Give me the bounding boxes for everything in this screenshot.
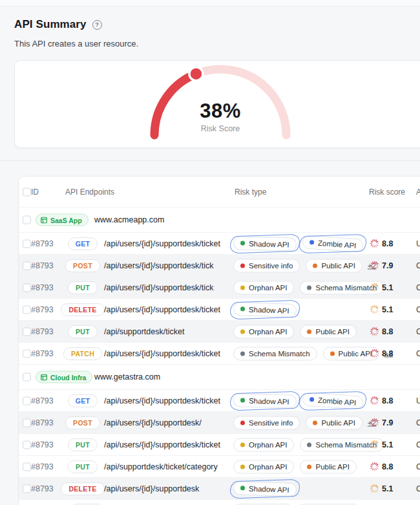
auth-cell: O xyxy=(416,349,420,358)
risk-type-badge: Public API xyxy=(300,460,356,473)
auth-cell: O xyxy=(416,484,420,493)
method-cell: PUT xyxy=(63,281,103,294)
sketch-annotation: Shadow API xyxy=(233,303,297,316)
risk-type-cell: Orphan API Public API xyxy=(233,460,357,473)
risk-score-text: 5.1 xyxy=(382,484,393,493)
risk-score-cell: 5.1 xyxy=(370,305,393,314)
row-checkbox[interactable] xyxy=(23,349,31,358)
risk-dot-icon xyxy=(240,329,245,334)
gauge-knob xyxy=(189,67,203,81)
group-domain: www.acmeapp.com xyxy=(94,215,164,224)
endpoint-id: #8793 xyxy=(31,327,54,336)
risk-type-badge: Orphan API xyxy=(233,438,294,451)
risk-spinner-icon xyxy=(370,261,379,270)
risk-dot-icon xyxy=(240,442,245,447)
help-icon[interactable]: ? xyxy=(92,20,102,30)
method-cell: DELETE xyxy=(63,303,103,316)
endpoint-id: #8793 xyxy=(31,349,54,358)
group-checkbox[interactable] xyxy=(23,216,31,224)
risk-score-cell: 8.8 xyxy=(370,327,393,336)
api-endpoint-row[interactable]: #8793 PUT /api/supportdesk/ticket Orphan… xyxy=(19,321,420,343)
risk-type-label: Shadow API xyxy=(249,484,289,493)
endpoint-path: /api/supportdesk/ticket xyxy=(104,327,184,336)
group-checkbox[interactable] xyxy=(23,373,31,381)
auth-cell: O xyxy=(416,305,420,314)
group-domain: www.getastra.com xyxy=(94,372,160,381)
page-title: API Summary ? xyxy=(14,18,102,31)
risk-type-label: Public API xyxy=(339,350,372,358)
partial-next-row xyxy=(19,500,420,505)
risk-type-cell: Sensitive info Public API +2 xyxy=(233,259,376,272)
risk-score-cell: 8.8 xyxy=(370,396,393,405)
risk-type-cell: Orphan API Schema Mismatch xyxy=(233,281,384,294)
risk-type-badge: Public API xyxy=(300,325,356,338)
group-header-row[interactable]: Cloud Infra www.getastra.com xyxy=(19,365,420,390)
row-checkbox[interactable] xyxy=(23,305,31,314)
api-endpoint-row[interactable]: #8793 PATCH /api/users/{id}/supportdesk/… xyxy=(19,343,420,365)
risk-dot-icon xyxy=(307,464,311,469)
api-endpoint-row[interactable]: #8793 POST /api/users/{id}/supportdesk/ … xyxy=(19,412,420,434)
risk-dot-icon xyxy=(240,398,245,402)
table-body: SaaS App www.acmeapp.com #8793 GET /api/… xyxy=(19,208,420,500)
risk-score-text: 5.1 xyxy=(382,440,393,449)
http-method-badge: DELETE xyxy=(61,482,104,495)
http-method-badge: PUT xyxy=(68,438,98,451)
api-endpoint-row[interactable]: #8793 PUT /api/supportdesk/ticket/catego… xyxy=(19,456,420,478)
risk-type-badge: Zombie API xyxy=(302,235,364,253)
endpoint-path: /api/users/{id}/supportdesk/ticket xyxy=(104,305,220,314)
api-endpoint-row[interactable]: #8793 DELETE /api/users/{id}/supportdesk… xyxy=(19,478,420,500)
endpoint-path: /api/users/{id}/supportdesk/tick xyxy=(104,283,214,292)
api-endpoint-row[interactable]: #8793 PUT /api/users/{id}/supportdesk/ti… xyxy=(19,434,420,456)
api-endpoint-row[interactable]: #8793 POST /api/users/{id}/supportdesk/t… xyxy=(19,255,420,277)
http-method-badge: GET xyxy=(68,394,98,407)
col-header-risk-score: Risk score xyxy=(369,188,405,197)
risk-type-cell: Schema Mismatch Public API +2 xyxy=(233,347,393,360)
risk-spinner-icon xyxy=(370,349,379,358)
risk-score-cell: 5.1 xyxy=(370,283,393,292)
risk-dot-icon xyxy=(313,420,317,425)
risk-spinner-icon xyxy=(370,396,379,405)
method-cell: POST xyxy=(63,416,103,429)
row-checkbox[interactable] xyxy=(23,440,31,449)
risk-type-label: Shadow API xyxy=(249,239,289,248)
risk-type-badge: Shadow API xyxy=(233,301,297,317)
col-header-id: ID xyxy=(31,188,39,197)
row-checkbox[interactable] xyxy=(23,462,31,471)
risk-score-text: 8.8 xyxy=(382,239,393,248)
group-header-row[interactable]: SaaS App www.acmeapp.com xyxy=(19,208,420,233)
row-checkbox[interactable] xyxy=(23,418,31,427)
risk-spinner-icon xyxy=(370,462,379,471)
risk-score-cell: 8.8 xyxy=(370,462,393,471)
risk-type-label: Schema Mismatch xyxy=(315,441,377,449)
page-title-text: API Summary xyxy=(14,18,87,31)
endpoint-path: /api/users/{id}/supportdesk xyxy=(104,484,199,493)
risk-dot-icon xyxy=(240,263,245,268)
row-checkbox[interactable] xyxy=(23,396,31,405)
risk-type-badge: Orphan API xyxy=(233,460,294,473)
row-checkbox[interactable] xyxy=(23,261,31,270)
method-cell: DELETE xyxy=(63,482,103,495)
http-method-badge: PUT xyxy=(68,325,98,338)
risk-score-text: 5.1 xyxy=(382,305,393,314)
risk-score-cell: 8.8 xyxy=(370,349,393,358)
api-endpoint-row[interactable]: #8793 GET /api/users/{id}/supportdesk/ti… xyxy=(19,390,420,412)
col-header-endpoints: API Endpoints xyxy=(65,188,114,197)
row-checkbox[interactable] xyxy=(23,283,31,292)
api-endpoint-row[interactable]: #8793 PUT /api/users/{id}/supportdesk/ti… xyxy=(19,277,420,299)
risk-spinner-icon xyxy=(370,239,379,248)
row-checkbox[interactable] xyxy=(23,484,31,493)
risk-score-cell: 5.1 xyxy=(370,440,393,449)
auth-cell: U xyxy=(416,239,420,248)
api-endpoint-row[interactable]: #8793 DELETE /api/users/{id}/supportdesk… xyxy=(19,299,420,321)
risk-dot-icon xyxy=(240,486,245,490)
risk-type-label: Public API xyxy=(315,463,349,471)
select-all-checkbox[interactable] xyxy=(23,188,31,196)
risk-score-cell: 7.9 xyxy=(370,418,393,427)
risk-type-label: Public API xyxy=(321,419,355,427)
row-checkbox[interactable] xyxy=(23,239,31,248)
endpoint-path: /api/users/{id}/supportdesk/tick xyxy=(104,261,214,270)
method-cell: PATCH xyxy=(63,347,103,360)
row-checkbox[interactable] xyxy=(23,327,31,336)
app-window-icon xyxy=(41,217,47,223)
api-endpoint-row[interactable]: #8793 GET /api/users/{id}/supportdesk/ti… xyxy=(19,233,420,255)
